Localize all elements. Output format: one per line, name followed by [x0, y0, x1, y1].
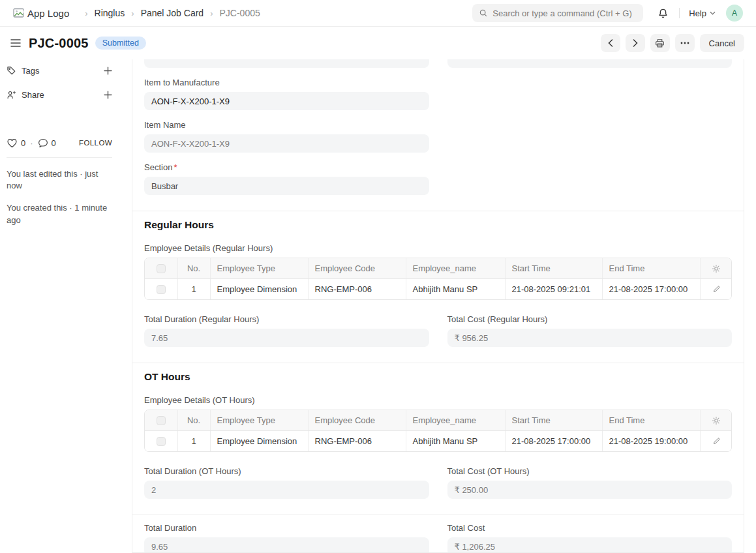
grid-settings-button[interactable]: [707, 264, 727, 273]
regular-hours-grid: No. Employee Type Employee Code Employee…: [144, 258, 732, 300]
app-logo-alt-text: App Logo: [27, 8, 69, 19]
cell-no: 1: [177, 431, 210, 452]
total-cost-regular-input: ₹ 956.25: [447, 329, 733, 347]
column-employee-code: Employee Code: [308, 410, 406, 431]
breadcrumb-current: PJC-0005: [219, 8, 260, 18]
column-employee-type: Employee Type: [210, 258, 308, 279]
form-sidebar: Tags Share: [0, 59, 132, 553]
cancel-button[interactable]: Cancel: [700, 34, 744, 52]
search-input[interactable]: [492, 8, 637, 18]
help-menu[interactable]: Help: [689, 8, 716, 18]
app-logo[interactable]: App Logo: [13, 8, 69, 19]
grid-settings-button[interactable]: [707, 416, 727, 425]
previous-document-button[interactable]: [601, 34, 620, 52]
breadcrumb-ringlus[interactable]: Ringlus: [95, 8, 125, 18]
field-label: Item to Manufacture: [144, 78, 429, 87]
breadcrumb-separator: ›: [210, 8, 213, 18]
field-label: Total Duration: [144, 523, 429, 533]
search-icon: [479, 8, 488, 18]
row-checkbox[interactable]: [157, 437, 166, 446]
item-name-input: AON-F-X-X200-1-X9: [144, 134, 429, 153]
edit-row-button[interactable]: [707, 437, 727, 445]
section-divider: [132, 515, 744, 515]
field-label: Total Cost (OT Hours): [447, 466, 733, 476]
cell-employee-type[interactable]: Employee Dimension: [210, 279, 308, 300]
row-checkbox[interactable]: [157, 285, 166, 294]
share-label: Share: [22, 90, 44, 100]
field-total-cost-regular: Total Cost (Regular Hours) ₹ 956.25: [447, 314, 733, 347]
breadcrumb: › Ringlus › Panel Job Card › PJC-0005: [78, 8, 260, 18]
page-head: PJC-0005 Submitted Cancel: [0, 27, 756, 59]
total-duration-ot-input: 2: [144, 481, 429, 499]
cell-end-time[interactable]: 21-08-2025 17:00:00: [602, 279, 700, 300]
cell-start-time[interactable]: 21-08-2025 17:00:00: [505, 431, 602, 452]
like-button[interactable]: 0: [7, 138, 25, 148]
select-all-checkbox[interactable]: [157, 416, 166, 425]
section-title-regular-hours: Regular Hours: [144, 219, 732, 231]
form-body: Item to Manufacture AON-F-X-X200-1-X9 It…: [132, 59, 744, 553]
edit-row-button[interactable]: [707, 285, 727, 293]
user-avatar[interactable]: A: [726, 5, 743, 22]
status-badge: Submitted: [95, 37, 146, 50]
ot-hours-grid: No. Employee Type Employee Code Employee…: [144, 410, 732, 452]
field-total-cost-ot: Total Cost (OT Hours) ₹ 250.00: [447, 466, 733, 499]
field-label: Total Cost: [447, 523, 733, 533]
sidebar-toggle-icon[interactable]: [8, 36, 23, 50]
cutoff-input-right[interactable]: [447, 59, 733, 68]
column-no: No.: [177, 258, 210, 279]
comments-button[interactable]: 0: [38, 138, 56, 148]
field-label: Total Cost (Regular Hours): [447, 314, 733, 324]
column-employee-name: Employee_name: [406, 410, 505, 431]
chevron-down-icon: [710, 11, 716, 15]
field-section: Section* Busbar: [144, 162, 429, 195]
cell-employee-name[interactable]: Abhijith Manu SP: [406, 279, 505, 300]
heart-icon: [7, 138, 18, 148]
avatar-initial: A: [732, 8, 737, 18]
cutoff-input-left[interactable]: [144, 59, 429, 68]
follow-button[interactable]: FOLLOW: [79, 139, 112, 147]
breadcrumb-separator: ›: [131, 8, 134, 18]
notifications-button[interactable]: [658, 8, 669, 19]
global-search[interactable]: [472, 4, 643, 22]
column-end-time: End Time: [602, 258, 700, 279]
column-end-time: End Time: [602, 410, 700, 431]
column-employee-name: Employee_name: [406, 258, 505, 279]
total-cost-ot-input: ₹ 250.00: [447, 481, 733, 499]
tag-icon: [7, 66, 16, 76]
field-total-duration-ot: Total Duration (OT Hours) 2: [144, 466, 429, 499]
column-employee-type: Employee Type: [210, 410, 308, 431]
cell-end-time[interactable]: 21-08-2025 19:00:00: [602, 431, 700, 452]
like-count: 0: [21, 138, 25, 148]
total-duration-regular-input: 7.65: [144, 329, 429, 347]
cell-employee-code[interactable]: RNG-EMP-006: [308, 279, 406, 300]
total-cost-input: ₹ 1,206.25: [447, 537, 733, 553]
table-row[interactable]: 1 Employee Dimension RNG-EMP-006 Abhijit…: [145, 431, 732, 452]
cell-start-time[interactable]: 21-08-2025 09:21:01: [505, 279, 602, 300]
cell-employee-type[interactable]: Employee Dimension: [210, 431, 308, 452]
cell-employee-code[interactable]: RNG-EMP-006: [308, 431, 406, 452]
select-all-checkbox[interactable]: [157, 264, 166, 273]
regular-table-label: Employee Details (Regular Hours): [144, 243, 732, 253]
form-column-right: [447, 68, 733, 195]
section-input[interactable]: Busbar: [144, 177, 429, 195]
column-employee-code: Employee Code: [308, 258, 406, 279]
field-label: Total Duration (OT Hours): [144, 466, 429, 476]
add-share-button[interactable]: [104, 91, 112, 99]
broken-image-icon: [13, 8, 25, 18]
field-label: Section*: [144, 162, 429, 172]
section-divider: [132, 363, 744, 363]
document-reactions: 0 · 0 FOLLOW: [7, 138, 112, 148]
tags-label: Tags: [22, 66, 39, 76]
more-options-button[interactable]: [675, 34, 695, 52]
table-row[interactable]: 1 Employee Dimension RNG-EMP-006 Abhijit…: [145, 279, 732, 300]
navbar-divider: [679, 8, 680, 18]
item-to-manufacture-input[interactable]: AON-F-X-X200-1-X9: [144, 92, 429, 110]
add-tag-button[interactable]: [104, 67, 112, 75]
column-start-time: Start Time: [505, 258, 602, 279]
print-button[interactable]: [650, 34, 670, 52]
cell-employee-name[interactable]: Abhijith Manu SP: [406, 431, 505, 452]
breadcrumb-panel-job-card[interactable]: Panel Job Card: [141, 8, 204, 18]
last-edited-text: You last edited this · just now: [7, 168, 112, 192]
column-start-time: Start Time: [505, 410, 602, 431]
next-document-button[interactable]: [626, 34, 645, 52]
